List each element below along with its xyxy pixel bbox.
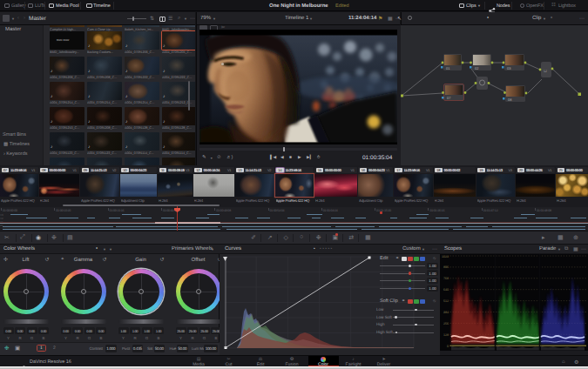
svg-text:256: 256 xyxy=(443,322,449,325)
svg-text:896: 896 xyxy=(443,265,449,269)
svg-text:02: 02 xyxy=(475,66,479,70)
svg-text:512: 512 xyxy=(443,299,449,303)
svg-text:01: 01 xyxy=(446,66,450,70)
svg-text:07: 07 xyxy=(447,96,451,100)
svg-text:768: 768 xyxy=(443,277,449,280)
svg-text:⊔: ⊔ xyxy=(544,69,547,74)
svg-text:08: 08 xyxy=(508,97,512,102)
svg-text:0: 0 xyxy=(447,345,449,348)
svg-text:03: 03 xyxy=(507,66,511,70)
svg-text:384: 384 xyxy=(443,311,449,314)
svg-text:640: 640 xyxy=(443,288,449,292)
svg-text:128: 128 xyxy=(443,333,449,337)
svg-text:1023: 1023 xyxy=(442,255,449,258)
